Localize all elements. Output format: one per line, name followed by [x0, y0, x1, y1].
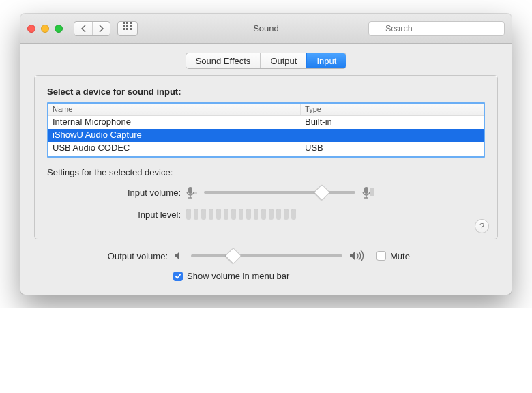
tab-sound-effects[interactable]: Sound Effects — [186, 53, 261, 68]
global-output-section: Output volume: — [20, 246, 512, 295]
nav-back-forward — [74, 21, 110, 36]
slider-thumb[interactable] — [225, 248, 241, 264]
device-name: iShowU Audio Capture — [48, 129, 301, 142]
level-segment — [209, 209, 213, 220]
device-type: Built-in — [301, 116, 484, 129]
svg-rect-2 — [130, 22, 132, 24]
speaker-low-icon — [173, 250, 184, 261]
checkbox-box — [173, 272, 183, 281]
output-volume-slider[interactable] — [191, 254, 342, 257]
show-volume-row: Show volume in menu bar — [34, 271, 498, 281]
device-row[interactable]: iShowU Audio Capture — [48, 129, 484, 142]
level-segment — [284, 209, 289, 220]
slider-thumb[interactable] — [314, 184, 330, 201]
level-segment — [201, 209, 206, 220]
close-button[interactable] — [27, 25, 35, 33]
level-segment — [254, 209, 258, 220]
level-segment — [239, 209, 243, 220]
svg-rect-16 — [364, 187, 368, 194]
input-panel: Select a device for sound input: Name Ty… — [34, 75, 498, 239]
column-name: Name — [48, 104, 301, 115]
device-table-header: Name Type — [48, 104, 484, 116]
svg-rect-5 — [130, 25, 132, 27]
level-segment — [194, 209, 198, 220]
panel-title: Select a device for sound input: — [47, 87, 485, 97]
speaker-high-icon — [349, 250, 364, 261]
input-level-meter — [186, 209, 296, 220]
svg-rect-11 — [188, 187, 192, 194]
level-segment — [261, 209, 266, 220]
column-type: Type — [301, 104, 484, 115]
back-button[interactable] — [74, 22, 92, 35]
svg-rect-8 — [130, 28, 132, 30]
minimize-button[interactable] — [41, 25, 49, 33]
device-type — [301, 129, 484, 142]
show-volume-label: Show volume in menu bar — [187, 271, 289, 281]
forward-button[interactable] — [92, 22, 110, 35]
input-volume-slider[interactable] — [204, 191, 355, 194]
input-volume-label: Input volume: — [47, 188, 186, 198]
mic-low-icon — [186, 186, 197, 199]
level-segment — [269, 209, 274, 220]
output-volume-label: Output volume: — [34, 251, 173, 261]
svg-rect-0 — [123, 22, 125, 24]
device-table: Name Type Internal Microphone Built-in i… — [47, 102, 485, 158]
mute-label: Mute — [390, 251, 410, 261]
level-segment — [224, 209, 228, 220]
svg-rect-3 — [123, 25, 125, 27]
input-level-row: Input level: — [47, 209, 485, 220]
svg-rect-1 — [126, 22, 128, 24]
output-volume-row: Output volume: — [34, 250, 498, 261]
level-segment — [276, 209, 281, 220]
segmented-control: Sound Effects Output Input — [186, 53, 346, 68]
help-button[interactable]: ? — [475, 219, 489, 233]
input-volume-row: Input volume: — [47, 186, 485, 199]
input-level-label: Input level: — [47, 209, 186, 220]
tab-bar: Sound Effects Output Input — [20, 44, 512, 75]
level-segment — [231, 209, 236, 220]
mute-checkbox[interactable]: Mute — [376, 251, 410, 261]
tab-output[interactable]: Output — [260, 53, 306, 68]
zoom-button[interactable] — [55, 25, 63, 33]
level-segment — [291, 209, 296, 220]
device-name: Internal Microphone — [48, 116, 301, 129]
settings-label: Settings for the selected device: — [47, 167, 485, 177]
level-segment — [186, 209, 191, 220]
level-segment — [216, 209, 221, 220]
svg-rect-4 — [126, 25, 128, 27]
show-all-button[interactable] — [117, 21, 138, 36]
tab-input[interactable]: Input — [306, 53, 346, 68]
titlebar: Sound — [20, 14, 512, 44]
svg-rect-7 — [126, 28, 128, 30]
device-type: USB — [301, 142, 484, 155]
window-title: Sound — [253, 23, 279, 33]
search-input[interactable] — [368, 21, 505, 36]
device-row[interactable]: Internal Microphone Built-in — [48, 116, 484, 129]
device-name: USB Audio CODEC — [48, 142, 301, 155]
level-segment — [246, 209, 251, 220]
device-row[interactable]: USB Audio CODEC USB — [48, 142, 484, 155]
mic-high-icon — [362, 186, 376, 199]
window-controls — [27, 25, 63, 33]
svg-rect-6 — [123, 28, 125, 30]
show-volume-checkbox[interactable]: Show volume in menu bar — [173, 271, 289, 281]
checkbox-box — [376, 251, 386, 261]
sound-preferences-window: Sound Sound Effects Output Input Select … — [20, 14, 512, 295]
